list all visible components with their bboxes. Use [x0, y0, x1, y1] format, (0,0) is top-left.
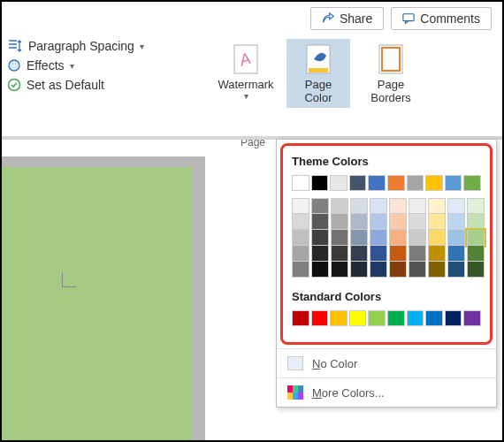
color-swatch[interactable]	[428, 198, 446, 214]
color-swatch[interactable]	[389, 214, 407, 230]
color-swatch[interactable]	[368, 310, 386, 326]
color-swatch[interactable]	[447, 214, 465, 230]
chevron-down-icon: ▾	[244, 91, 248, 101]
share-button[interactable]: Share	[310, 7, 384, 30]
color-swatch[interactable]	[428, 246, 446, 262]
color-swatch[interactable]	[370, 198, 387, 214]
share-label: Share	[340, 11, 372, 26]
color-swatch[interactable]	[445, 175, 462, 191]
color-swatch[interactable]	[331, 230, 348, 246]
color-swatch[interactable]	[331, 214, 348, 230]
color-swatch[interactable]	[447, 246, 465, 262]
watermark-icon: A	[231, 42, 261, 76]
color-swatch[interactable]	[467, 198, 485, 214]
color-swatch[interactable]	[331, 262, 348, 278]
color-swatch[interactable]	[428, 214, 446, 230]
color-swatch[interactable]	[331, 246, 348, 262]
color-swatch[interactable]	[389, 230, 407, 246]
color-swatch[interactable]	[467, 262, 485, 278]
more-colors-button[interactable]: More Colors...	[277, 377, 496, 407]
color-swatch[interactable]	[389, 198, 407, 214]
svg-rect-14	[298, 392, 303, 400]
color-swatch[interactable]	[407, 175, 424, 191]
color-swatch[interactable]	[463, 175, 481, 191]
margin-corner	[62, 273, 76, 287]
color-swatch[interactable]	[349, 175, 367, 191]
color-swatch[interactable]	[350, 198, 368, 214]
page-color-button[interactable]: Page Color	[286, 39, 350, 108]
color-swatch[interactable]	[292, 214, 309, 230]
color-swatch[interactable]	[407, 310, 424, 326]
color-swatch[interactable]	[370, 214, 387, 230]
color-swatch[interactable]	[447, 262, 465, 278]
color-swatch[interactable]	[409, 214, 426, 230]
paragraph-spacing-button[interactable]: Paragraph Spacing ▾	[7, 39, 144, 53]
set-as-default-button[interactable]: Set as Default	[7, 78, 144, 92]
color-swatch[interactable]	[292, 198, 309, 214]
color-swatch[interactable]	[425, 310, 443, 326]
color-swatch[interactable]	[370, 230, 387, 246]
color-swatch[interactable]	[428, 262, 446, 278]
color-swatch[interactable]	[389, 246, 407, 262]
color-swatch[interactable]	[292, 246, 309, 262]
no-color-button[interactable]: No Color	[277, 348, 496, 377]
color-swatch[interactable]	[463, 310, 481, 326]
color-swatch[interactable]	[409, 262, 426, 278]
document-page[interactable]: m	[0, 167, 193, 442]
color-swatch[interactable]	[311, 198, 329, 214]
color-swatch[interactable]	[330, 175, 347, 191]
color-swatch[interactable]	[292, 310, 309, 326]
svg-rect-12	[287, 392, 293, 400]
color-swatch[interactable]	[467, 214, 485, 230]
svg-rect-11	[298, 385, 303, 392]
color-swatch[interactable]	[350, 262, 368, 278]
color-swatch[interactable]	[467, 230, 485, 246]
color-swatch[interactable]	[311, 310, 329, 326]
color-swatch[interactable]	[350, 246, 368, 262]
svg-rect-6	[309, 68, 328, 72]
color-swatch[interactable]	[370, 246, 387, 262]
color-swatch[interactable]	[387, 310, 405, 326]
effects-button[interactable]: Effects ▾	[7, 58, 144, 72]
color-swatch[interactable]	[330, 310, 347, 326]
color-swatch[interactable]	[349, 310, 367, 326]
comments-label: Comments	[420, 11, 480, 26]
color-swatch[interactable]	[368, 175, 386, 191]
color-swatch[interactable]	[467, 246, 485, 262]
color-swatch[interactable]	[389, 262, 407, 278]
no-color-swatch	[287, 356, 303, 370]
color-swatch[interactable]	[445, 310, 462, 326]
color-swatch[interactable]	[292, 175, 309, 191]
color-swatch[interactable]	[311, 175, 329, 191]
watermark-button[interactable]: A Watermark ▾	[214, 39, 278, 108]
color-swatch[interactable]	[292, 262, 309, 278]
color-swatch[interactable]	[409, 198, 426, 214]
color-swatch[interactable]	[409, 230, 426, 246]
color-swatch[interactable]	[447, 230, 465, 246]
checkmark-icon	[7, 78, 21, 92]
color-swatch[interactable]	[331, 198, 348, 214]
share-icon	[322, 12, 334, 25]
color-swatch[interactable]	[425, 175, 443, 191]
color-swatch[interactable]	[409, 246, 426, 262]
page-borders-button[interactable]: Page Borders	[359, 39, 423, 108]
color-swatch[interactable]	[311, 262, 329, 278]
color-swatch[interactable]	[350, 214, 368, 230]
page-color-icon	[303, 42, 333, 76]
color-swatch[interactable]	[387, 175, 405, 191]
color-swatch[interactable]	[428, 230, 446, 246]
color-swatch[interactable]	[311, 230, 329, 246]
color-swatch[interactable]	[370, 262, 387, 278]
color-swatch[interactable]	[311, 214, 329, 230]
comments-button[interactable]: Comments	[391, 7, 492, 30]
standard-colors-heading: Standard Colors	[292, 290, 481, 303]
svg-point-1	[9, 60, 19, 71]
svg-rect-10	[293, 385, 298, 392]
color-swatch[interactable]	[292, 230, 309, 246]
svg-rect-0	[403, 14, 414, 21]
comment-icon	[402, 12, 415, 25]
watermark-label: Watermark	[218, 78, 273, 91]
color-swatch[interactable]	[311, 246, 329, 262]
color-swatch[interactable]	[350, 230, 368, 246]
color-swatch[interactable]	[447, 198, 465, 214]
